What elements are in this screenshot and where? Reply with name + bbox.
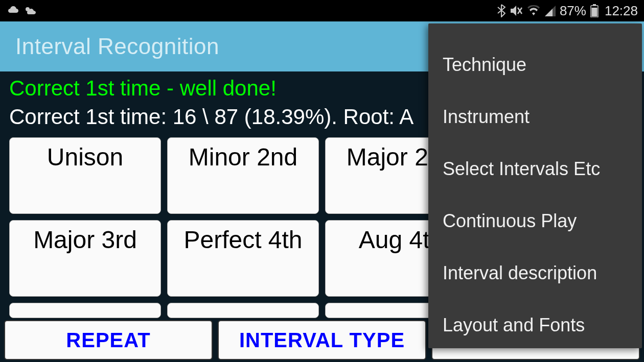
menu-item-label: Continuous Play xyxy=(443,210,577,231)
interval-button-major-3rd[interactable]: Major 3rd xyxy=(9,220,161,297)
menu-item-interval-description[interactable]: Interval description xyxy=(428,247,642,299)
interval-label: Perfect 4th xyxy=(183,227,302,254)
mute-icon xyxy=(510,5,523,17)
interval-label: Minor 2nd xyxy=(189,144,297,171)
menu-item-instrument[interactable]: Instrument xyxy=(428,91,642,143)
interval-button-minor-2nd[interactable]: Minor 2nd xyxy=(167,137,319,214)
signal-icon xyxy=(544,5,556,16)
menu-item-label: Technique xyxy=(443,54,526,75)
menu-item-label: Instrument xyxy=(443,106,530,127)
svg-rect-3 xyxy=(591,8,597,17)
status-left-icons xyxy=(6,5,37,16)
interval-button-perfect-4th[interactable]: Perfect 4th xyxy=(167,220,319,297)
bluetooth-icon xyxy=(497,4,505,17)
menu-item-label: Interval description xyxy=(443,262,597,283)
interval-label: Major 3rd xyxy=(33,227,137,254)
interval-type-button[interactable]: INTERVAL TYPE xyxy=(218,320,426,360)
interval-button-unison[interactable]: Unison xyxy=(9,137,161,214)
menu-item-select-intervals[interactable]: Select Intervals Etc xyxy=(428,143,642,195)
repeat-button[interactable]: REPEAT xyxy=(4,320,213,360)
battery-icon xyxy=(590,4,599,17)
menu-item-label: Select Intervals Etc xyxy=(443,158,600,179)
interval-button-partial[interactable] xyxy=(167,303,319,318)
interval-button-partial[interactable] xyxy=(9,303,161,318)
menu-item-layout-fonts[interactable]: Layout and Fonts xyxy=(428,299,642,338)
wifi-icon xyxy=(527,5,540,16)
page-title: Interval Recognition xyxy=(15,34,219,59)
cloud-icon xyxy=(6,6,19,16)
menu-item-label: Layout and Fonts xyxy=(443,315,585,335)
overflow-menu: Technique Instrument Select Intervals Et… xyxy=(428,23,642,348)
button-label: REPEAT xyxy=(66,329,150,352)
menu-item-continuous-play[interactable]: Continuous Play xyxy=(428,195,642,247)
status-bar: 87% 12:28 xyxy=(0,0,644,21)
button-label: INTERVAL TYPE xyxy=(239,329,405,352)
status-right-icons: 87% 12:28 xyxy=(497,3,638,19)
battery-percent: 87% xyxy=(560,3,586,19)
partly-cloudy-icon xyxy=(24,5,37,16)
menu-item-technique[interactable]: Technique xyxy=(428,39,642,91)
interval-label: Unison xyxy=(47,144,123,171)
status-time: 12:28 xyxy=(605,3,638,19)
